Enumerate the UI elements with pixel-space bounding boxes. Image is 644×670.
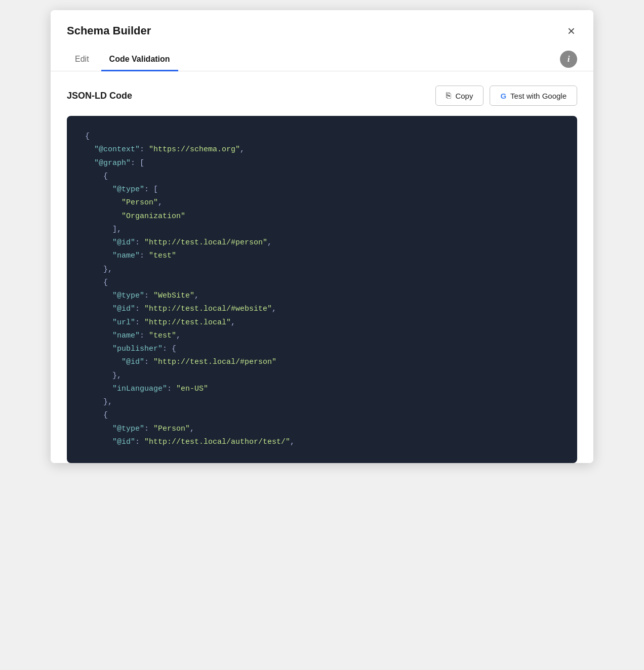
code-line-9: "@id": "http://test.local/#person", [85, 236, 559, 249]
tabs-bar: Edit Code Validation i [51, 48, 593, 71]
google-label: Test with Google [510, 92, 567, 100]
section-header: JSON-LD Code ⎘ Copy G Test with Google [67, 86, 577, 106]
info-icon-button[interactable]: i [560, 51, 577, 68]
code-line-11: }, [85, 263, 559, 276]
copy-button[interactable]: ⎘ Copy [435, 86, 484, 106]
code-line-16: "name": "test", [85, 329, 559, 343]
tab-code-validation[interactable]: Code Validation [101, 48, 178, 71]
code-line-10: "name": "test" [85, 249, 559, 263]
code-line-1: { [85, 130, 559, 143]
code-line-3: "@graph": [ [85, 157, 559, 170]
action-buttons: ⎘ Copy G Test with Google [435, 86, 577, 106]
modal-title: Schema Builder [67, 24, 151, 37]
test-with-google-button[interactable]: G Test with Google [490, 86, 577, 106]
schema-builder-modal: Schema Builder × Edit Code Validation i … [51, 10, 593, 463]
modal-header: Schema Builder × [51, 10, 593, 48]
section-title: JSON-LD Code [67, 91, 132, 101]
code-line-6: "Person", [85, 196, 559, 210]
code-line-4: { [85, 170, 559, 183]
code-line-12: { [85, 276, 559, 289]
code-block: { "@context": "https://schema.org", "@gr… [67, 116, 577, 463]
close-button[interactable]: × [566, 22, 577, 39]
code-line-22: { [85, 409, 559, 422]
google-icon: G [500, 92, 506, 100]
code-line-23: "@type": "Person", [85, 423, 559, 436]
code-line-17: "publisher": { [85, 343, 559, 356]
code-line-14: "@id": "http://test.local/#website", [85, 303, 559, 316]
copy-icon: ⎘ [446, 91, 451, 100]
tab-edit[interactable]: Edit [67, 48, 97, 71]
code-line-2: "@context": "https://schema.org", [85, 143, 559, 156]
code-line-21: }, [85, 396, 559, 409]
code-line-15: "url": "http://test.local", [85, 316, 559, 329]
code-line-8: ], [85, 223, 559, 236]
code-line-20: "inLanguage": "en-US" [85, 383, 559, 396]
code-line-24: "@id": "http://test.local/author/test/", [85, 436, 559, 449]
info-icon-wrap: i [560, 51, 577, 68]
code-line-5: "@type": [ [85, 183, 559, 196]
code-line-18: "@id": "http://test.local/#person" [85, 356, 559, 369]
info-icon-label: i [568, 54, 570, 64]
code-line-13: "@type": "WebSite", [85, 289, 559, 303]
code-line-19: }, [85, 369, 559, 383]
content-area: JSON-LD Code ⎘ Copy G Test with Google {… [51, 71, 593, 463]
copy-label: Copy [455, 92, 473, 100]
code-line-7: "Organization" [85, 210, 559, 223]
